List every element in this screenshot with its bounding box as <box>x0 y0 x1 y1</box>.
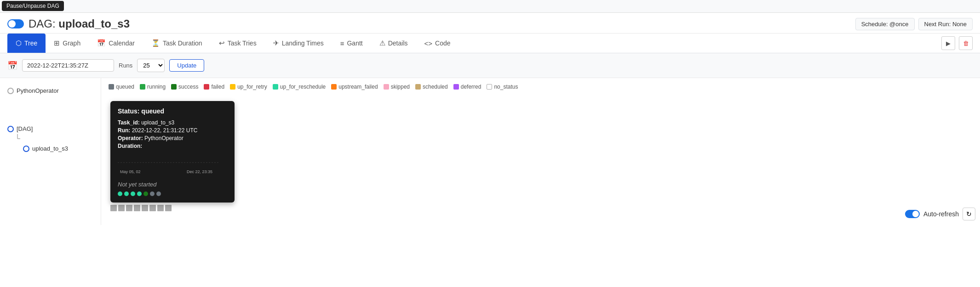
tab-landing-times[interactable]: ✈ Landing Times <box>265 34 332 53</box>
tab-task-tries[interactable]: ↩ Task Tries <box>211 34 265 53</box>
date-input[interactable] <box>22 59 114 72</box>
tab-code-label: Code <box>435 39 450 47</box>
popup-chart-svg: May 05, 02 Dec 22, 23:35 <box>118 151 219 174</box>
tab-code[interactable]: <> Code <box>416 34 459 53</box>
queued-dot <box>109 84 114 90</box>
popup-dots <box>118 191 227 196</box>
tab-task-duration-label: Task Duration <box>163 39 202 47</box>
legend-no-status: no_status <box>487 84 518 90</box>
success-label: success <box>178 84 198 90</box>
header: DAG: upload_to_s3 Schedule: @once Next R… <box>0 13 980 34</box>
filter-calendar-icon: 📅 <box>7 61 17 71</box>
run-icon: ▶ <box>946 40 951 47</box>
tab-graph-label: Graph <box>63 39 80 47</box>
popup-chart: May 05, 02 Dec 22, 23:35 <box>118 151 227 176</box>
delete-button[interactable]: 🗑 <box>959 36 973 50</box>
dag-box-5[interactable] <box>142 205 148 211</box>
auto-refresh-label: Auto-refresh <box>923 210 959 218</box>
dag-toggle[interactable] <box>7 19 24 28</box>
tab-details-label: Details <box>388 39 408 47</box>
tab-graph[interactable]: ⊞ Graph <box>46 34 89 53</box>
up-for-retry-dot <box>230 84 235 90</box>
task-duration-icon: ⏳ <box>151 39 160 47</box>
legend-up-for-reschedule: up_for_reschedule <box>273 84 326 90</box>
dag-box-2[interactable] <box>118 205 125 211</box>
tab-tree[interactable]: ⬡ Tree <box>7 34 46 53</box>
upstream-failed-label: upstream_failed <box>338 84 378 90</box>
tree-line <box>14 134 21 143</box>
tab-details[interactable]: ⚠ Details <box>371 34 416 53</box>
filter-bar: 📅 Runs 25 5 10 50 100 Update <box>0 53 980 78</box>
refresh-button[interactable]: ↻ <box>963 208 975 220</box>
failed-label: failed <box>211 84 224 90</box>
auto-refresh-toggle[interactable] <box>905 210 920 218</box>
task-tries-icon: ↩ <box>219 39 225 47</box>
dag-name: upload_to_s3 <box>58 17 130 30</box>
code-icon: <> <box>424 39 433 47</box>
dag-box-4[interactable] <box>134 205 140 211</box>
legend-skipped: skipped <box>384 84 410 90</box>
tab-gantt[interactable]: ≡ Gantt <box>332 34 371 53</box>
failed-dot <box>204 84 209 90</box>
chart-x-start: May 05, 02 <box>120 169 141 174</box>
scheduled-dot <box>415 84 421 90</box>
dot-1 <box>118 191 122 196</box>
up-for-reschedule-dot <box>273 84 278 90</box>
update-button[interactable]: Update <box>169 59 204 72</box>
tab-calendar[interactable]: 📅 Calendar <box>89 34 143 53</box>
legend-up-for-retry: up_for_retry <box>230 84 267 90</box>
popup-title: Status: queued <box>118 107 227 115</box>
dag-box-3[interactable] <box>126 205 132 211</box>
popup-not-started: Not yet started <box>118 181 227 188</box>
tree-node-python-operator[interactable]: PythonOperator <box>7 85 93 96</box>
success-dot <box>171 84 177 90</box>
chart-x-end: Dec 22, 23:35 <box>187 169 212 174</box>
no-status-dot <box>487 84 492 90</box>
delete-icon: 🗑 <box>963 40 969 47</box>
tab-task-duration[interactable]: ⏳ Task Duration <box>143 34 211 53</box>
dot-6 <box>150 191 155 196</box>
run-label: Run: <box>118 127 130 134</box>
legend-success: success <box>171 84 198 90</box>
popup-task-id: Task_id: upload_to_s3 <box>118 119 227 126</box>
tree-node-dag[interactable]: [DAG] <box>7 124 93 134</box>
run-button[interactable]: ▶ <box>941 36 955 50</box>
details-icon: ⚠ <box>379 39 385 47</box>
no-status-label: no_status <box>494 84 518 90</box>
tree-node-upload[interactable]: upload_to_s3 <box>23 143 93 154</box>
tree-panel: PythonOperator [DAG] upload_to_s3 <box>0 78 101 225</box>
tab-gantt-label: Gantt <box>347 39 362 47</box>
refresh-icon: ↻ <box>966 210 972 218</box>
up-for-retry-label: up_for_retry <box>237 84 267 90</box>
skipped-label: skipped <box>391 84 410 90</box>
landing-times-icon: ✈ <box>273 39 279 47</box>
python-operator-label: PythonOperator <box>17 87 59 94</box>
dag-box-7[interactable] <box>157 205 164 211</box>
legend-upstream-failed: upstream_failed <box>331 84 378 90</box>
nav-tabs: ⬡ Tree ⊞ Graph 📅 Calendar ⏳ Task Duratio… <box>0 34 980 53</box>
runs-select[interactable]: 25 5 10 50 100 <box>137 59 165 72</box>
dag-box-1[interactable] <box>110 205 117 211</box>
legend-deferred: deferred <box>453 84 481 90</box>
dag-run-boxes <box>110 203 172 211</box>
tab-landing-times-label: Landing Times <box>282 39 324 47</box>
dag-box-8[interactable] <box>165 205 172 211</box>
dot-4 <box>137 191 142 196</box>
python-operator-circle <box>7 88 14 94</box>
deferred-dot <box>453 84 459 90</box>
task-id-label: Task_id: <box>118 119 140 126</box>
legend-scheduled: scheduled <box>415 84 448 90</box>
calendar-icon: 📅 <box>97 39 106 47</box>
dot-3 <box>131 191 135 196</box>
popup-duration: Duration: <box>118 143 227 149</box>
graph-icon: ⊞ <box>54 39 60 47</box>
deferred-label: deferred <box>461 84 481 90</box>
dag-box-6[interactable] <box>149 205 156 211</box>
dot-5 <box>143 191 148 196</box>
auto-refresh-area: Auto-refresh ↻ <box>905 208 975 220</box>
duration-label: Duration: <box>118 143 142 149</box>
upstream-failed-dot <box>331 84 337 90</box>
popup-run: Run: 2022-12-22, 21:31:22 UTC <box>118 127 227 134</box>
schedule-badge: Schedule: @once <box>855 18 915 30</box>
operator-label: Operator: <box>118 135 143 141</box>
